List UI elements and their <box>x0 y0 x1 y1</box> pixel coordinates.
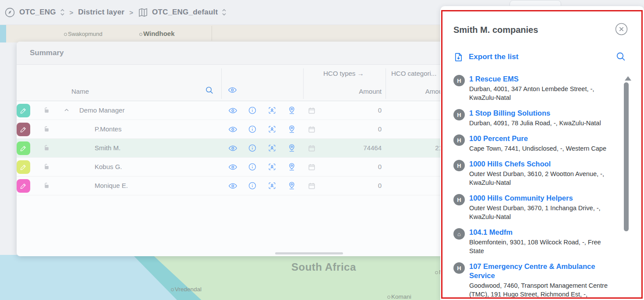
column-header-hco-categories[interactable]: HCO categori... <box>391 70 436 77</box>
hospital-icon: H <box>453 75 465 86</box>
company-link[interactable]: 107 Emergency Centre & Ambulance Service <box>469 262 610 280</box>
map-label-swakopmund: Swakopmund <box>64 31 103 37</box>
company-address: Outer West Durban, 3610, 2 Wootton Avenu… <box>469 169 610 187</box>
eye-icon[interactable] <box>228 124 237 134</box>
hidden-popup-tab <box>510 0 561 6</box>
calendar-icon[interactable] <box>307 143 316 153</box>
eye-icon[interactable] <box>228 106 237 115</box>
unlock-icon[interactable] <box>43 125 50 134</box>
info-icon[interactable] <box>248 162 257 172</box>
focus-territory-icon[interactable] <box>267 162 277 172</box>
calendar-icon[interactable] <box>307 162 316 172</box>
company-link[interactable]: 100 Percent Pure <box>469 134 610 143</box>
unlock-icon[interactable] <box>43 163 50 172</box>
list-item: H 1000 Hills Community Helpers Outer Wes… <box>453 194 625 221</box>
location-pin-icon[interactable] <box>287 162 297 172</box>
table-row[interactable]: Monique E. 0 <box>17 176 441 195</box>
edit-button[interactable] <box>17 160 30 174</box>
focus-territory-icon[interactable] <box>267 106 277 115</box>
edit-button[interactable] <box>17 141 30 155</box>
edit-button[interactable] <box>17 123 30 136</box>
search-icon[interactable] <box>204 85 214 95</box>
column-header-amount2[interactable]: Amou <box>393 88 441 95</box>
location-pin-icon[interactable] <box>287 143 297 153</box>
summary-title: Summary <box>30 49 64 57</box>
map-label-vredendal: Vredendal <box>171 286 202 293</box>
company-link[interactable]: 1 Rescue EMS <box>469 74 610 84</box>
list-item: H 1 Rescue EMS Durban, 4001, 347 Anton L… <box>453 74 625 102</box>
focus-territory-icon[interactable] <box>267 143 277 153</box>
info-icon[interactable] <box>248 143 257 153</box>
breadcrumb-layer[interactable]: District layer <box>78 8 124 17</box>
table-row[interactable]: Kobus G. 0 <box>17 158 441 176</box>
focus-territory-icon[interactable] <box>267 124 277 134</box>
vertical-scrollbar-thumb[interactable] <box>624 82 629 231</box>
edit-button[interactable] <box>17 104 30 117</box>
hospital-icon: H <box>453 160 465 171</box>
map-canvas[interactable]: South Africa Vredendal Komani Mt <box>0 255 442 300</box>
map-label-windhoek: Windhoek <box>139 30 175 37</box>
unlock-icon[interactable] <box>43 144 50 153</box>
company-link[interactable]: 1 Stop Billing Solutions <box>469 109 610 118</box>
visibility-all-icon[interactable] <box>227 85 237 95</box>
close-icon[interactable] <box>615 23 628 37</box>
unlock-icon[interactable] <box>43 106 50 116</box>
breadcrumb-project[interactable]: OTC_ENG <box>19 8 56 17</box>
table-column-headers: HCO types → HCO categori... Name Amount … <box>17 65 441 101</box>
map-label-country: South Africa <box>291 261 356 273</box>
export-list-button[interactable]: Export the list <box>453 52 518 62</box>
amount2-value: 21 <box>393 144 441 152</box>
hospital-icon: H <box>453 109 465 120</box>
companies-panel: Smith M. companies Export the list <box>440 6 644 300</box>
calendar-icon[interactable] <box>307 181 316 191</box>
company-link[interactable]: 104.1 Medfm <box>469 228 610 237</box>
amount-value: 0 <box>323 182 382 189</box>
eye-icon[interactable] <box>228 181 237 191</box>
company-link[interactable]: 1000 Hills Chefs School <box>469 159 610 169</box>
collapse-icon[interactable] <box>63 107 70 116</box>
search-icon[interactable] <box>615 51 626 63</box>
amount-value: 74464 <box>323 144 382 152</box>
column-header-name[interactable]: Name <box>71 88 89 95</box>
breadcrumb-separator: > <box>70 9 74 16</box>
unlock-icon[interactable] <box>43 182 50 191</box>
info-icon[interactable] <box>248 181 257 191</box>
map-icon <box>138 7 148 18</box>
map-label-komani: Komani <box>387 293 411 300</box>
eye-icon[interactable] <box>228 143 237 153</box>
compass-icon <box>4 7 15 18</box>
map-switcher-icon[interactable] <box>222 8 226 16</box>
breadcrumb-separator: > <box>129 9 133 16</box>
amount-value: 0 <box>323 163 382 170</box>
edit-button[interactable] <box>17 179 30 193</box>
hospital-icon: H <box>453 194 465 205</box>
summary-panel: Summary HCO types → HCO categori... Name… <box>17 42 441 256</box>
location-pin-icon[interactable] <box>287 124 297 134</box>
companies-panel-content: Smith M. companies Export the list <box>453 23 625 299</box>
table-row[interactable]: Demo Manager 0 <box>17 101 441 120</box>
info-icon[interactable] <box>248 124 257 134</box>
table-row-selected[interactable]: Smith M. 74464 21 <box>17 139 441 158</box>
project-switcher-icon[interactable] <box>60 8 65 16</box>
organization-icon: ⌂ <box>453 228 465 240</box>
export-download-icon <box>453 52 464 62</box>
calendar-icon[interactable] <box>307 124 316 134</box>
arrow-right-icon: → <box>357 70 364 77</box>
breadcrumb-map-name[interactable]: OTC_ENG_default <box>152 8 218 17</box>
column-header-hco-types[interactable]: HCO types → <box>323 70 364 77</box>
info-icon[interactable] <box>248 106 257 115</box>
table-row[interactable]: P.Montes 0 <box>17 120 441 139</box>
scroll-up-icon[interactable] <box>625 74 631 82</box>
company-address: Durban, 4091, 78 Julia Road, -, KwaZulu-… <box>469 119 610 127</box>
company-address: Outer West Durban, 3670, 1 Inchanga Driv… <box>469 204 610 221</box>
location-pin-icon[interactable] <box>287 106 297 115</box>
location-pin-icon[interactable] <box>287 181 297 191</box>
company-list: H 1 Rescue EMS Durban, 4001, 347 Anton L… <box>453 74 625 299</box>
column-header-amount[interactable]: Amount <box>323 88 382 95</box>
horizontal-scrollbar[interactable] <box>275 252 343 254</box>
company-link[interactable]: 1000 Hills Community Helpers <box>469 194 610 203</box>
eye-icon[interactable] <box>228 162 237 172</box>
calendar-icon[interactable] <box>307 106 316 115</box>
panel-title: Smith M. companies <box>453 25 538 35</box>
focus-territory-icon[interactable] <box>267 181 277 191</box>
